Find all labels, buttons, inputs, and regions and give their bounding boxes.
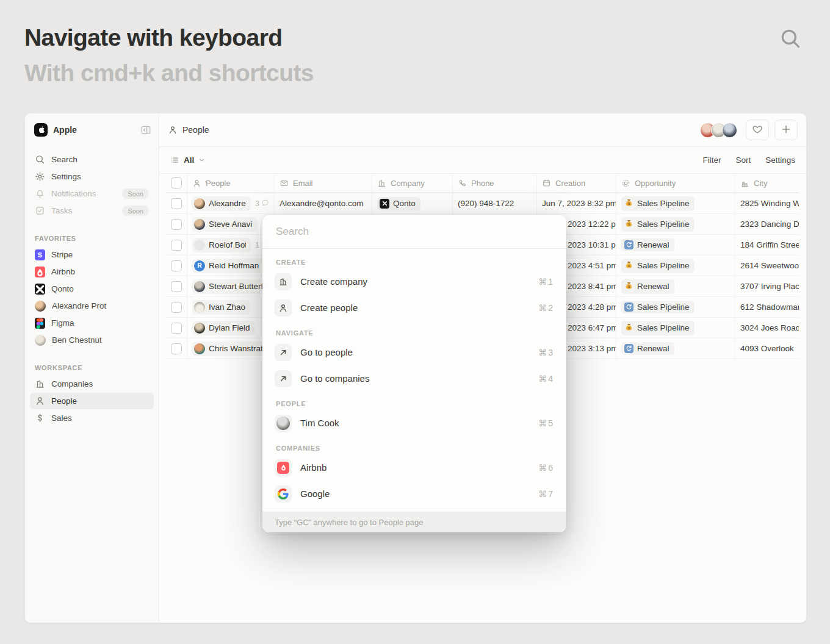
company-chip[interactable]: Qonto [377, 197, 420, 210]
sidebar-item-search[interactable]: Search [30, 151, 154, 168]
row-checkbox[interactable] [171, 240, 182, 251]
city-cell[interactable]: 2825 Winding W [735, 193, 799, 213]
row-checkbox[interactable] [171, 198, 182, 209]
people-cell[interactable]: Chris Wanstrath [187, 338, 275, 359]
sidebar-item-airbnb[interactable]: Airbnb [30, 263, 154, 280]
palette-item-go-to-people[interactable]: Go to people⌘3 [262, 339, 566, 365]
palette-item-tim-cook[interactable]: Tim Cook⌘5 [262, 410, 566, 436]
column-header-creation[interactable]: Creation [537, 174, 616, 192]
people-cell[interactable]: Ivan Zhao [187, 297, 275, 317]
opportunity-cell[interactable]: Renewal [616, 338, 735, 359]
person-chip[interactable]: Stewart Butterfield [192, 279, 269, 294]
people-cell[interactable]: Steve Anavi [187, 214, 275, 234]
add-button[interactable] [774, 120, 798, 140]
people-cell[interactable]: Stewart Butterfield [187, 276, 275, 296]
opportunity-chip[interactable]: Renewal [621, 238, 674, 251]
sort-button[interactable]: Sort [735, 156, 751, 165]
select-all-checkbox[interactable] [171, 177, 182, 188]
creation-cell[interactable]: Jun 7, 2023 8:32 pm [537, 193, 616, 213]
opportunity-chip[interactable]: Sales Pipeline [621, 301, 695, 313]
city-cell[interactable]: 612 Shadowmar [735, 297, 799, 317]
palette-item-icon-box [275, 415, 292, 432]
list-icon [170, 156, 179, 165]
opportunity-chip[interactable]: Renewal [621, 342, 674, 355]
opportunity-cell[interactable]: SSales Pipeline [616, 214, 735, 234]
sidebar-item-qonto[interactable]: Qonto [30, 281, 154, 297]
column-header-label: Company [391, 179, 425, 188]
sidebar-collapse-icon[interactable] [140, 124, 151, 135]
people-cell[interactable]: Roelof Botha1 [187, 235, 275, 255]
sidebar-item-companies[interactable]: Companies [30, 376, 154, 392]
opportunity-cell[interactable]: SSales Pipeline [616, 318, 735, 338]
column-header-company[interactable]: Company [372, 174, 453, 192]
row-checkbox[interactable] [171, 219, 182, 230]
email-cell[interactable]: Alexandre@qonto.com [275, 193, 372, 213]
opportunity-cell[interactable]: Sales Pipeline [616, 297, 735, 317]
city-cell[interactable]: 2614 Sweetwoo [735, 256, 799, 276]
sidebar-item-sales[interactable]: Sales [30, 410, 154, 426]
row-checkbox[interactable] [171, 260, 182, 271]
company-cell[interactable]: Qonto [372, 193, 453, 213]
person-name: Steve Anavi [209, 220, 252, 229]
sidebar-item-notifications[interactable]: NotificationsSoon [30, 185, 154, 202]
opportunity-chip[interactable]: SSales Pipeline [621, 259, 695, 273]
column-header-city[interactable]: City [735, 174, 799, 192]
row-checkbox[interactable] [171, 343, 182, 354]
palette-item-label: Tim Cook [300, 418, 530, 428]
palette-item-create-people[interactable]: Create people⌘2 [262, 295, 566, 321]
sidebar-item-figma[interactable]: Figma [30, 315, 154, 331]
city-cell[interactable]: 3707 Irving Plac [735, 276, 799, 296]
phone-cell[interactable]: (920) 948-1722 [453, 193, 537, 213]
palette-item-create-company[interactable]: Create company⌘1 [262, 268, 566, 295]
row-checkbox[interactable] [171, 302, 182, 313]
palette-search-input[interactable]: Search [262, 215, 566, 249]
person-chip[interactable]: Chris Wanstrath [192, 342, 269, 356]
opportunity-cell[interactable]: SSales Pipeline [616, 256, 735, 276]
sidebar-item-people[interactable]: People [30, 393, 154, 409]
sidebar-item-tasks[interactable]: TasksSoon [30, 202, 154, 219]
sidebar-item-label: Alexandre Prot [52, 301, 149, 310]
opportunity-chip[interactable]: SSales Pipeline [621, 217, 695, 232]
opportunity-cell[interactable]: SRenewal [616, 276, 735, 296]
city-cell[interactable]: 4093 Overlook [735, 338, 799, 359]
column-header-opportunity[interactable]: Opportunity [616, 174, 735, 192]
person-chip[interactable]: Steve Anavi [192, 217, 257, 232]
opportunity-chip[interactable]: SSales Pipeline [621, 196, 695, 211]
person-chip[interactable]: Alexandre Prot [192, 196, 251, 211]
palette-item-airbnb[interactable]: Airbnb⌘6 [262, 454, 566, 481]
sidebar-item-settings[interactable]: Settings [30, 168, 154, 185]
person-chip[interactable]: Roelof Botha [192, 238, 251, 252]
person-chip[interactable]: Dylan Field [192, 321, 255, 335]
people-cell[interactable]: Alexandre Prot3 [187, 193, 275, 213]
sidebar-item-ben-chestnut[interactable]: Ben Chestnut [30, 332, 154, 348]
view-switcher[interactable]: All [170, 156, 205, 165]
person-icon [192, 179, 201, 188]
opportunity-chip[interactable]: SSales Pipeline [621, 321, 695, 335]
city-cell[interactable]: 3024 Joes Road [735, 318, 799, 338]
opportunity-chip[interactable]: SRenewal [621, 279, 674, 294]
workspace-switcher[interactable]: Apple [25, 122, 159, 138]
opportunity-cell[interactable]: Renewal [616, 235, 735, 255]
palette-item-go-to-companies[interactable]: Go to companies⌘4 [262, 365, 566, 392]
city-value: 612 Shadowmar [740, 302, 799, 312]
column-header-people[interactable]: People [187, 174, 275, 192]
filter-button[interactable]: Filter [702, 156, 721, 165]
city-cell[interactable]: 2323 Dancing D [735, 214, 799, 234]
person-chip[interactable]: Ivan Zhao [192, 300, 250, 315]
search-icon[interactable] [779, 27, 802, 50]
breadcrumb[interactable]: People [168, 125, 209, 135]
row-checkbox[interactable] [171, 281, 182, 292]
palette-item-google[interactable]: Google⌘7 [262, 481, 566, 507]
opportunity-cell[interactable]: SSales Pipeline [616, 193, 735, 213]
row-checkbox[interactable] [171, 323, 182, 334]
sidebar-item-alexandre-prot[interactable]: Alexandre Prot [30, 298, 154, 314]
city-cell[interactable]: 184 Griffin Stree [735, 235, 799, 255]
people-cell[interactable]: Dylan Field [187, 318, 275, 338]
person-chip[interactable]: RReid Hoffman [192, 259, 264, 273]
sidebar-item-stripe[interactable]: SStripe [30, 246, 154, 263]
favorite-button[interactable] [746, 120, 769, 140]
settings-button[interactable]: Settings [765, 156, 795, 165]
column-header-phone[interactable]: Phone [453, 174, 537, 192]
people-cell[interactable]: RReid Hoffman [187, 256, 275, 276]
column-header-email[interactable]: Email [275, 174, 372, 192]
